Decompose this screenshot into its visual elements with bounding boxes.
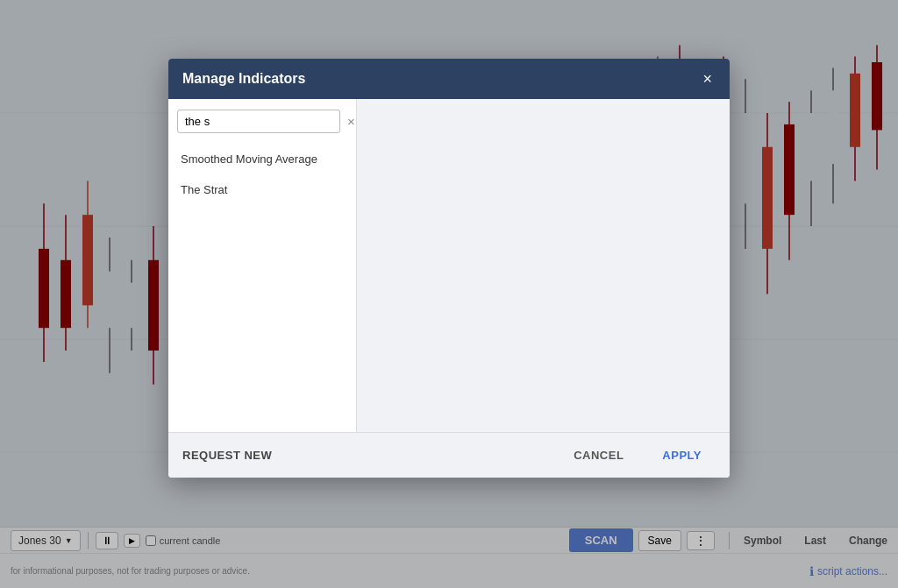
footer-right-buttons: CANCEL APPLY [559, 442, 716, 469]
manage-indicators-modal: Manage Indicators × × Smoothed Moving Av… [168, 59, 730, 478]
indicator-item-sma[interactable]: Smoothed Moving Average [168, 144, 356, 174]
modal-title: Manage Indicators [182, 71, 305, 87]
search-box-container: × [168, 99, 356, 140]
indicator-list: Smoothed Moving Average The Strat [168, 140, 356, 432]
indicators-list-panel: × Smoothed Moving Average The Strat [168, 99, 357, 432]
modal-header: Manage Indicators × [168, 59, 730, 99]
indicator-item-sma-label: Smoothed Moving Average [181, 152, 317, 166]
indicator-item-strat-label: The Strat [181, 183, 227, 196]
indicator-detail-panel [357, 99, 730, 432]
cancel-button[interactable]: CANCEL [559, 442, 638, 469]
search-input[interactable] [177, 110, 340, 133]
modal-body: × Smoothed Moving Average The Strat [168, 99, 730, 432]
modal-close-button[interactable]: × [699, 71, 716, 87]
indicator-item-strat[interactable]: The Strat [168, 174, 356, 205]
search-clear-button[interactable]: × [346, 115, 357, 128]
request-new-button[interactable]: REQUEST NEW [182, 449, 272, 462]
apply-button[interactable]: APPLY [648, 442, 716, 469]
modal-overlay: Manage Indicators × × Smoothed Moving Av… [0, 0, 898, 588]
modal-footer: REQUEST NEW CANCEL APPLY [168, 432, 730, 478]
